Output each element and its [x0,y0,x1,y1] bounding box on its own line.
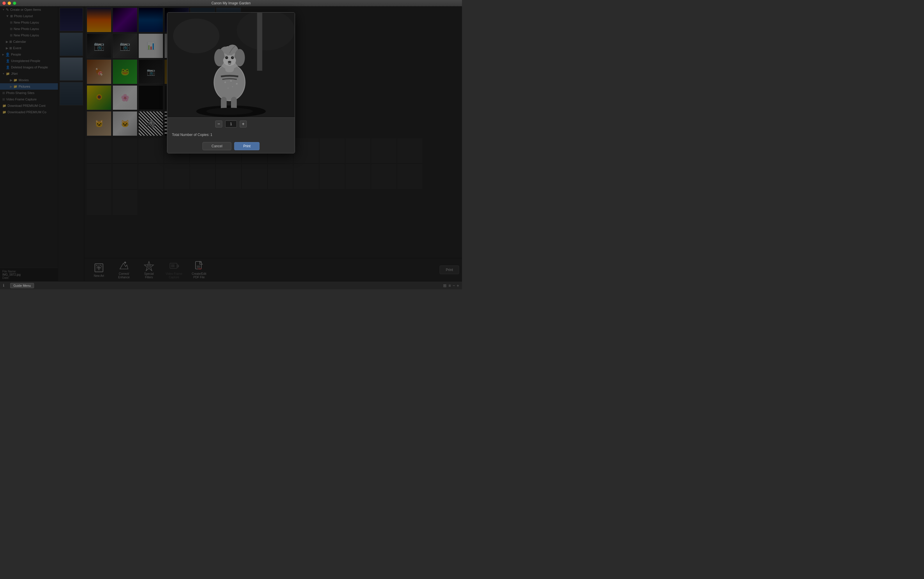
svg-point-36 [228,61,231,63]
total-copies-label: Total Number of Copies: 1 [167,131,295,139]
guide-menu-button[interactable]: Guide Menu [10,283,34,288]
svg-point-40 [228,88,229,89]
window-controls[interactable] [2,2,16,5]
svg-rect-42 [257,13,262,71]
status-right: ⊞ ≡ − + [443,283,459,288]
svg-point-29 [214,49,225,66]
svg-point-14 [173,19,219,53]
status-bar: ℹ Guide Menu ⊞ ≡ − + [0,281,462,290]
dialog-controls: − 1 + [167,117,295,131]
close-button[interactable] [2,2,6,5]
app-title: Canon My Image Garden [212,1,251,5]
info-icon: ℹ [3,283,4,288]
maximize-button[interactable] [13,2,16,5]
cancel-button[interactable]: Cancel [202,142,231,150]
title-bar: Canon My Image Garden [0,0,462,7]
dialog-image [167,13,295,117]
svg-point-34 [227,57,228,58]
svg-point-43 [206,108,253,115]
decrement-button[interactable]: − [215,121,222,128]
print-dialog: − 1 + Total Number of Copies: 1 Cancel P… [167,12,295,154]
list-view-icon[interactable]: ≡ [448,283,451,288]
svg-point-35 [232,57,233,58]
copies-input[interactable]: 1 [225,121,237,128]
svg-point-41 [232,86,233,87]
print-dialog-overlay: − 1 + Total Number of Copies: 1 Cancel P… [0,7,462,281]
svg-point-37 [224,82,226,83]
zoom-out-icon[interactable]: − [453,283,455,288]
svg-point-38 [230,80,232,82]
grid-view-icon[interactable]: ⊞ [443,283,447,288]
dialog-buttons: Cancel Print [167,139,295,153]
increment-button[interactable]: + [240,121,247,128]
svg-point-30 [235,49,245,66]
zoom-in-icon[interactable]: + [457,283,459,288]
dialog-print-button[interactable]: Print [234,142,259,150]
svg-point-39 [236,83,238,85]
minimize-button[interactable] [8,2,11,5]
